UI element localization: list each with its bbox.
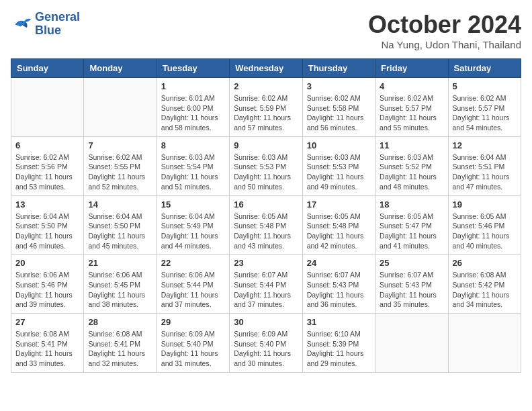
day-info: Sunrise: 6:05 AMSunset: 5:47 PMDaylight:… xyxy=(380,212,443,251)
day-number: 22 xyxy=(161,258,225,268)
day-number: 13 xyxy=(15,199,79,210)
day-info: Sunrise: 6:04 AMSunset: 5:51 PMDaylight:… xyxy=(453,152,517,192)
day-info: Sunrise: 6:02 AMSunset: 5:57 PMDaylight:… xyxy=(453,93,517,133)
day-number: 31 xyxy=(307,317,371,327)
calendar-day-cell: 1Sunrise: 6:01 AMSunset: 6:00 PMDaylight… xyxy=(157,78,229,137)
day-number: 18 xyxy=(380,199,443,210)
calendar-day-cell: 23Sunrise: 6:07 AMSunset: 5:44 PMDayligh… xyxy=(230,255,302,314)
calendar-week-row: 13Sunrise: 6:04 AMSunset: 5:50 PMDayligh… xyxy=(11,195,521,255)
day-info: Sunrise: 6:06 AMSunset: 5:45 PMDaylight:… xyxy=(88,270,152,310)
calendar-day-cell: 25Sunrise: 6:07 AMSunset: 5:43 PMDayligh… xyxy=(375,255,448,314)
day-number: 15 xyxy=(161,199,225,210)
day-number: 30 xyxy=(234,317,298,327)
day-info: Sunrise: 6:02 AMSunset: 5:55 PMDaylight:… xyxy=(88,152,152,192)
day-number: 26 xyxy=(453,258,517,268)
calendar-week-row: 20Sunrise: 6:06 AMSunset: 5:46 PMDayligh… xyxy=(11,255,521,314)
day-info: Sunrise: 6:03 AMSunset: 5:53 PMDaylight:… xyxy=(234,152,298,192)
day-info: Sunrise: 6:03 AMSunset: 5:54 PMDaylight:… xyxy=(161,152,225,192)
day-info: Sunrise: 6:05 AMSunset: 5:46 PMDaylight:… xyxy=(453,212,517,251)
calendar-day-cell xyxy=(375,314,448,373)
day-info: Sunrise: 6:02 AMSunset: 5:59 PMDaylight:… xyxy=(234,93,298,133)
calendar-day-cell: 14Sunrise: 6:04 AMSunset: 5:50 PMDayligh… xyxy=(84,195,157,255)
day-number: 3 xyxy=(307,81,371,91)
day-number: 12 xyxy=(453,140,517,150)
day-info: Sunrise: 6:05 AMSunset: 5:48 PMDaylight:… xyxy=(307,212,371,251)
day-number: 17 xyxy=(307,199,371,210)
day-info: Sunrise: 6:03 AMSunset: 5:53 PMDaylight:… xyxy=(307,152,371,192)
day-info: Sunrise: 6:02 AMSunset: 5:57 PMDaylight:… xyxy=(380,93,443,133)
calendar-day-cell xyxy=(84,78,157,137)
calendar-day-cell: 6Sunrise: 6:02 AMSunset: 5:56 PMDaylight… xyxy=(11,136,84,195)
day-number: 1 xyxy=(161,81,225,91)
calendar-day-cell: 13Sunrise: 6:04 AMSunset: 5:50 PMDayligh… xyxy=(11,195,84,255)
day-number: 6 xyxy=(15,140,79,150)
day-info: Sunrise: 6:08 AMSunset: 5:42 PMDaylight:… xyxy=(453,270,517,310)
day-info: Sunrise: 6:02 AMSunset: 5:56 PMDaylight:… xyxy=(15,152,79,192)
calendar-day-cell: 21Sunrise: 6:06 AMSunset: 5:45 PMDayligh… xyxy=(84,255,157,314)
day-number: 14 xyxy=(88,199,152,210)
day-number: 2 xyxy=(234,81,298,91)
calendar-day-cell xyxy=(448,314,521,373)
calendar-day-cell: 12Sunrise: 6:04 AMSunset: 5:51 PMDayligh… xyxy=(448,136,521,195)
day-info: Sunrise: 6:06 AMSunset: 5:44 PMDaylight:… xyxy=(161,270,225,310)
day-number: 7 xyxy=(88,140,152,150)
day-number: 8 xyxy=(161,140,225,150)
day-info: Sunrise: 6:06 AMSunset: 5:46 PMDaylight:… xyxy=(15,270,79,310)
day-number: 4 xyxy=(380,81,443,91)
day-number: 20 xyxy=(15,258,79,268)
title-area: October 2024 Na Yung, Udon Thani, Thaila… xyxy=(368,11,521,50)
day-number: 29 xyxy=(161,317,225,327)
calendar-week-row: 6Sunrise: 6:02 AMSunset: 5:56 PMDaylight… xyxy=(11,136,521,195)
calendar-day-cell xyxy=(11,78,84,137)
day-info: Sunrise: 6:07 AMSunset: 5:44 PMDaylight:… xyxy=(234,270,298,310)
day-info: Sunrise: 6:04 AMSunset: 5:49 PMDaylight:… xyxy=(161,212,225,251)
logo-general: General xyxy=(35,10,80,24)
day-info: Sunrise: 6:09 AMSunset: 5:40 PMDaylight:… xyxy=(161,329,225,369)
day-info: Sunrise: 6:03 AMSunset: 5:52 PMDaylight:… xyxy=(380,152,443,192)
calendar-day-cell: 24Sunrise: 6:07 AMSunset: 5:43 PMDayligh… xyxy=(302,255,375,314)
day-info: Sunrise: 6:09 AMSunset: 5:40 PMDaylight:… xyxy=(234,329,298,369)
day-number: 9 xyxy=(234,140,298,150)
calendar-day-cell: 22Sunrise: 6:06 AMSunset: 5:44 PMDayligh… xyxy=(157,255,229,314)
calendar-day-cell: 2Sunrise: 6:02 AMSunset: 5:59 PMDaylight… xyxy=(230,78,302,137)
calendar-day-cell: 5Sunrise: 6:02 AMSunset: 5:57 PMDaylight… xyxy=(448,78,521,137)
calendar-table: SundayMondayTuesdayWednesdayThursdayFrid… xyxy=(11,58,521,373)
month-title: October 2024 xyxy=(368,11,521,39)
calendar-day-cell: 26Sunrise: 6:08 AMSunset: 5:42 PMDayligh… xyxy=(448,255,521,314)
day-number: 25 xyxy=(380,258,443,268)
weekday-header-sunday: Sunday xyxy=(11,59,84,78)
calendar-day-cell: 3Sunrise: 6:02 AMSunset: 5:58 PMDaylight… xyxy=(302,78,375,137)
calendar-day-cell: 15Sunrise: 6:04 AMSunset: 5:49 PMDayligh… xyxy=(157,195,229,255)
day-number: 28 xyxy=(88,317,152,327)
day-number: 5 xyxy=(453,81,517,91)
logo-text: General Blue xyxy=(35,11,80,38)
day-info: Sunrise: 6:05 AMSunset: 5:48 PMDaylight:… xyxy=(234,212,298,251)
day-info: Sunrise: 6:01 AMSunset: 6:00 PMDaylight:… xyxy=(161,93,225,133)
weekday-header-wednesday: Wednesday xyxy=(230,59,302,78)
day-info: Sunrise: 6:04 AMSunset: 5:50 PMDaylight:… xyxy=(15,212,79,251)
weekday-header-monday: Monday xyxy=(84,59,157,78)
calendar-day-cell: 11Sunrise: 6:03 AMSunset: 5:52 PMDayligh… xyxy=(375,136,448,195)
calendar-day-cell: 28Sunrise: 6:08 AMSunset: 5:41 PMDayligh… xyxy=(84,314,157,373)
calendar-day-cell: 10Sunrise: 6:03 AMSunset: 5:53 PMDayligh… xyxy=(302,136,375,195)
calendar-day-cell: 18Sunrise: 6:05 AMSunset: 5:47 PMDayligh… xyxy=(375,195,448,255)
day-info: Sunrise: 6:08 AMSunset: 5:41 PMDaylight:… xyxy=(88,329,152,369)
logo-icon xyxy=(11,15,32,34)
day-info: Sunrise: 6:02 AMSunset: 5:58 PMDaylight:… xyxy=(307,93,371,133)
calendar-week-row: 27Sunrise: 6:08 AMSunset: 5:41 PMDayligh… xyxy=(11,314,521,373)
calendar-week-row: 1Sunrise: 6:01 AMSunset: 6:00 PMDaylight… xyxy=(11,78,521,137)
day-number: 21 xyxy=(88,258,152,268)
calendar-day-cell: 20Sunrise: 6:06 AMSunset: 5:46 PMDayligh… xyxy=(11,255,84,314)
calendar-day-cell: 19Sunrise: 6:05 AMSunset: 5:46 PMDayligh… xyxy=(448,195,521,255)
day-number: 23 xyxy=(234,258,298,268)
day-info: Sunrise: 6:07 AMSunset: 5:43 PMDaylight:… xyxy=(380,270,443,310)
calendar-day-cell: 27Sunrise: 6:08 AMSunset: 5:41 PMDayligh… xyxy=(11,314,84,373)
day-number: 27 xyxy=(15,317,79,327)
calendar-day-cell: 4Sunrise: 6:02 AMSunset: 5:57 PMDaylight… xyxy=(375,78,448,137)
day-info: Sunrise: 6:08 AMSunset: 5:41 PMDaylight:… xyxy=(15,329,79,369)
location-text: Na Yung, Udon Thani, Thailand xyxy=(368,39,521,50)
calendar-day-cell: 17Sunrise: 6:05 AMSunset: 5:48 PMDayligh… xyxy=(302,195,375,255)
calendar-day-cell: 9Sunrise: 6:03 AMSunset: 5:53 PMDaylight… xyxy=(230,136,302,195)
logo: General Blue xyxy=(11,11,80,38)
day-number: 11 xyxy=(380,140,443,150)
